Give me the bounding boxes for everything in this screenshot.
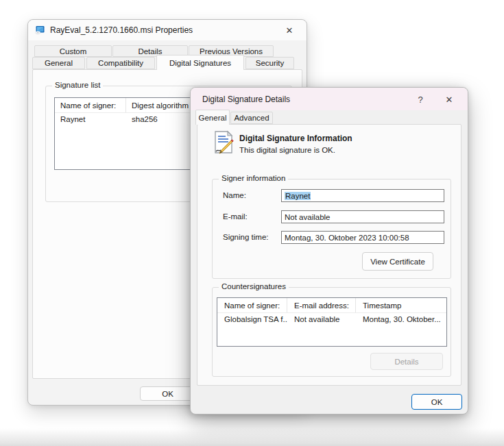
help-icon[interactable]: ?	[413, 92, 428, 107]
column-timestamp[interactable]: Timestamp	[356, 298, 446, 312]
signing-time-label: Signing time:	[223, 233, 268, 241]
details-button[interactable]: Details	[370, 353, 443, 370]
bottom-shadow	[0, 428, 504, 446]
tab-general[interactable]: General	[195, 110, 230, 125]
signer-information-label: Signer information	[219, 174, 288, 182]
signing-time-field[interactable]: Montag, 30. Oktober 2023 10:00:58	[281, 231, 444, 244]
properties-ok-button[interactable]: OK	[140, 386, 195, 401]
view-certificate-button[interactable]: View Certificate	[362, 252, 433, 271]
details-ok-button[interactable]: OK	[411, 394, 462, 410]
tab-digital-signatures[interactable]: Digital Signatures	[156, 55, 244, 70]
countersignatures-listview: Name of signer: E-mail address: Timestam…	[217, 297, 447, 347]
countersignatures-header: Name of signer: E-mail address: Timestam…	[217, 298, 446, 313]
details-title: Digital Signature Details	[202, 95, 290, 104]
name-field[interactable]: Raynet	[281, 189, 444, 202]
countersignatures-label: Countersignatures	[219, 282, 289, 290]
countersignatures-groupbox: Countersignatures Name of signer: E-mail…	[212, 287, 451, 377]
info-subtext: This digital signature is OK.	[239, 146, 335, 154]
countersigner-name-cell: Globalsign TSA f...	[217, 313, 287, 325]
general-tabpage: Digital Signature Information This digit…	[197, 124, 461, 386]
close-icon[interactable]: ✕	[442, 92, 457, 107]
email-field[interactable]: Not available	[281, 210, 444, 223]
signature-list-label: Signature list	[52, 81, 103, 89]
tab-security[interactable]: Security	[245, 57, 294, 69]
signature-details-dialog: Digital Signature Details ? ✕ General Ad…	[190, 87, 468, 414]
msi-package-icon	[34, 25, 45, 36]
column-email-address[interactable]: E-mail address:	[287, 298, 356, 312]
tab-general[interactable]: General	[32, 57, 85, 69]
tab-custom[interactable]: Custom	[34, 45, 112, 57]
digital-signature-icon	[213, 130, 235, 159]
countersigner-email-cell: Not available	[287, 313, 356, 325]
close-icon[interactable]: ✕	[282, 23, 297, 38]
tab-compatibility[interactable]: Compatibility	[86, 57, 155, 69]
email-label: E-mail:	[223, 212, 248, 221]
tab-advanced[interactable]: Advanced	[230, 112, 273, 124]
info-heading: Digital Signature Information	[239, 134, 352, 143]
column-name-of-signer[interactable]: Name of signer:	[55, 98, 126, 112]
name-value: Raynet	[285, 192, 311, 200]
signer-information-groupbox: Signer information Name: Raynet E-mail: …	[212, 179, 451, 279]
details-titlebar[interactable]: Digital Signature Details ? ✕	[191, 88, 468, 110]
properties-title: RayEval_5.2.1270.1660.msi Properties	[50, 25, 193, 35]
signer-name-cell: Raynet	[55, 113, 126, 125]
properties-titlebar[interactable]: RayEval_5.2.1270.1660.msi Properties ✕	[28, 20, 307, 40]
countersigner-timestamp-cell: Montag, 30. Oktober...	[356, 313, 446, 325]
column-name-of-signer[interactable]: Name of signer:	[217, 298, 287, 312]
countersignature-row[interactable]: Globalsign TSA f... Not available Montag…	[217, 313, 446, 325]
name-label: Name:	[223, 191, 246, 199]
